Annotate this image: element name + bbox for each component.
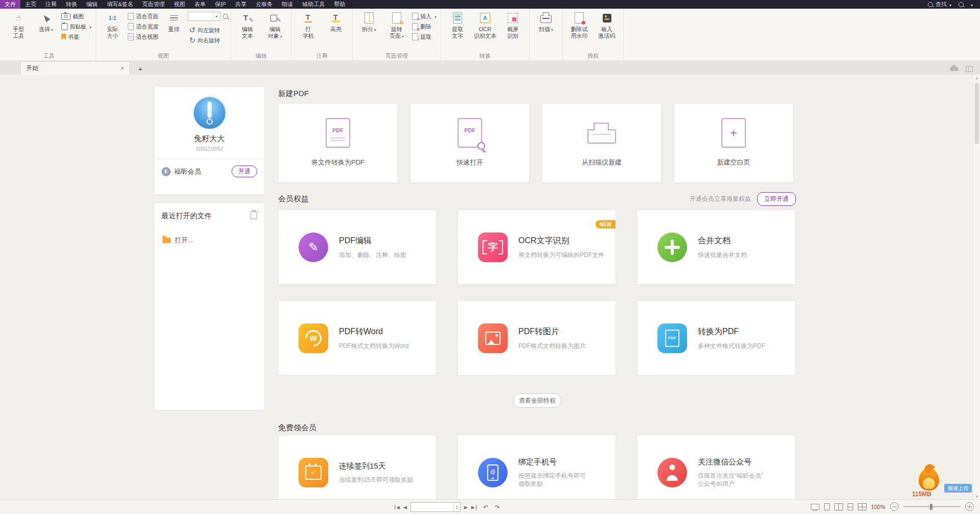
- actual-size-button[interactable]: 实际 大小: [99, 9, 126, 39]
- previous-view-icon[interactable]: [483, 504, 488, 511]
- menu-view[interactable]: 视图: [169, 0, 190, 9]
- select-tool-button[interactable]: 选择: [32, 9, 60, 33]
- first-page-icon[interactable]: [395, 505, 400, 510]
- fit-visible-label: 适合视图: [136, 33, 158, 41]
- speed-upload-widget[interactable]: 115MB 极速上传: [909, 462, 972, 498]
- cloud-icon[interactable]: [950, 67, 959, 71]
- convert-to-pdf-card[interactable]: PDF 转换为PDF 多种文件格式转换为PDF: [637, 300, 795, 376]
- tab-start[interactable]: 开始: [20, 61, 130, 75]
- zoom-slider[interactable]: [903, 506, 961, 507]
- zoom-in-button[interactable]: [965, 502, 974, 511]
- open-file-button[interactable]: 打开...: [154, 221, 264, 245]
- foxit-pdf-app-window: 文件 主页 注释 转换 编辑 填写&签名 页面管理 视图 表单 保护 共享 云服…: [0, 0, 980, 514]
- menu-comment[interactable]: 注释: [41, 0, 61, 9]
- fit-visible-button[interactable]: 适合视图: [126, 33, 160, 41]
- menu-help[interactable]: 帮助: [329, 0, 350, 9]
- menu-read-aloud[interactable]: 朗读: [277, 0, 298, 9]
- enter-activation-code-button[interactable]: 输入 激活码: [593, 9, 621, 39]
- trash-icon[interactable]: [250, 213, 257, 219]
- close-tab-icon[interactable]: [121, 65, 124, 72]
- pdf-edit-card[interactable]: PDF编辑 添加、删除、注释、绘图: [278, 209, 437, 285]
- delete-pages-button[interactable]: 删除: [411, 22, 438, 31]
- zoom-out-button[interactable]: [890, 502, 899, 511]
- view-all-privileges-button[interactable]: 查看全部特权: [513, 393, 561, 408]
- bind-phone-card[interactable]: 绑定手机号 按照提示绑定手机号即可 领取奖励: [458, 435, 616, 500]
- fit-width-label: 适合宽度: [136, 23, 158, 31]
- bookmark-button[interactable]: 书签: [60, 33, 93, 41]
- activate-member-button[interactable]: 开通: [232, 166, 257, 177]
- new-tab-button[interactable]: [138, 65, 143, 73]
- pdf-to-word-card[interactable]: W PDF转Word PDF格式文档转换为Word: [278, 300, 437, 376]
- fit-width-button[interactable]: 适合宽度: [126, 22, 160, 31]
- highlight-button[interactable]: 高亮: [322, 9, 350, 33]
- new-blank-page-card[interactable]: 新建空白页: [674, 103, 793, 183]
- extract-pages-button[interactable]: 提取: [411, 33, 438, 41]
- page-number-input[interactable]: [411, 502, 461, 512]
- activate-now-button[interactable]: 立即开通: [757, 192, 796, 206]
- edit-object-button[interactable]: 编辑 对象: [261, 9, 289, 39]
- menu-form[interactable]: 表单: [190, 0, 210, 9]
- card-title: 转换为PDF: [698, 326, 765, 337]
- zoom-level-combobox[interactable]: [188, 12, 220, 21]
- menu-home[interactable]: 主页: [20, 0, 41, 9]
- split-button[interactable]: 拆分: [355, 9, 383, 33]
- full-screen-icon[interactable]: [811, 504, 819, 510]
- last-page-icon[interactable]: [471, 505, 476, 510]
- merge-documents-card[interactable]: 合并文档 快速批量合并文档: [637, 209, 795, 285]
- menu-protect[interactable]: 保护: [210, 0, 231, 9]
- fit-page-button[interactable]: 适合页面: [126, 12, 160, 20]
- previous-page-icon[interactable]: [403, 505, 407, 510]
- hand-tool-button[interactable]: 手型 工具: [5, 9, 32, 39]
- edit-text-button[interactable]: 编辑 文本: [234, 9, 261, 39]
- reading-layout-icon[interactable]: [966, 66, 973, 72]
- single-page-view-icon[interactable]: [824, 503, 830, 510]
- remove-trial-watermark-button[interactable]: 删除试 用水印: [565, 9, 593, 39]
- menu-share[interactable]: 共享: [231, 0, 251, 9]
- rotate-left-button[interactable]: 向左旋转: [188, 26, 228, 34]
- screen-ocr-button[interactable]: 截屏 识别: [499, 9, 527, 39]
- menu-file[interactable]: 文件: [0, 0, 20, 9]
- pdf-to-image-card[interactable]: PDF转图片 PDF格式文档转换为图片: [458, 300, 616, 376]
- rotate-pages-button[interactable]: 旋转 页面: [383, 9, 411, 39]
- snapshot-button[interactable]: 截图: [60, 12, 93, 20]
- facing-page-view-icon[interactable]: [834, 503, 843, 510]
- extract-text-button[interactable]: 提取 文字: [444, 9, 471, 39]
- next-page-icon[interactable]: [464, 505, 468, 510]
- find-button[interactable]: 查找: [928, 1, 951, 8]
- menu-accessibility[interactable]: 辅助工具: [298, 0, 329, 9]
- new-from-scanner-card[interactable]: 从扫描仪新建: [542, 103, 662, 183]
- rotate-right-button[interactable]: 向右旋转: [188, 36, 228, 44]
- search-icon[interactable]: [959, 2, 964, 7]
- convert-file-to-pdf-card[interactable]: PDF 将文件转换为PDF: [278, 103, 398, 183]
- vertical-scrollbar[interactable]: [973, 75, 980, 500]
- chevron-down-icon[interactable]: [971, 2, 973, 8]
- scan-button[interactable]: 扫描: [532, 9, 560, 33]
- next-view-icon[interactable]: [495, 504, 500, 511]
- ocr-text-recognition-card[interactable]: 字 OCR文字识别 将文档转换为可编辑的PDF文件 NEW: [458, 209, 616, 285]
- actual-size-label: 实际 大小: [107, 26, 118, 39]
- scroll-up-icon[interactable]: [973, 75, 980, 81]
- marquee-zoom-icon[interactable]: [223, 14, 228, 19]
- menu-fill-sign[interactable]: 填写&签名: [102, 0, 138, 9]
- follow-wechat-card[interactable]: 关注微信公众号 仅限首次关注“福昕会员” 公众号的用户: [637, 435, 795, 500]
- page-spinner-icon[interactable]: [453, 503, 460, 511]
- menu-edit[interactable]: 编辑: [82, 0, 102, 9]
- avatar[interactable]: [194, 97, 225, 129]
- scrollbar-thumb[interactable]: [974, 83, 979, 144]
- menu-convert[interactable]: 转换: [61, 0, 82, 9]
- continuous-facing-view-icon[interactable]: [858, 503, 867, 510]
- member-promo: 开通会员立享海量权益 立即开通: [690, 192, 796, 206]
- daily-checkin-card[interactable]: 连续签到15天 连续签到15天即可领取奖励: [278, 435, 437, 500]
- menu-organize-pages[interactable]: 页面管理: [138, 0, 169, 9]
- zoom-slider-thumb[interactable]: [930, 504, 932, 510]
- reflow-button[interactable]: 重排: [160, 9, 188, 33]
- clipboard-button[interactable]: 剪贴板: [60, 22, 93, 31]
- status-bar: 100%: [0, 499, 980, 514]
- menu-cloud-services[interactable]: 云服务: [251, 0, 277, 9]
- typewriter-button[interactable]: 打 字机: [294, 9, 322, 39]
- fit-page-label: 适合页面: [136, 13, 158, 20]
- insert-pages-button[interactable]: 插入: [411, 12, 438, 20]
- continuous-view-icon[interactable]: [848, 503, 853, 510]
- quick-open-card[interactable]: PDF 快速打开: [410, 103, 530, 183]
- ocr-button[interactable]: OCR 识别文本: [471, 9, 499, 39]
